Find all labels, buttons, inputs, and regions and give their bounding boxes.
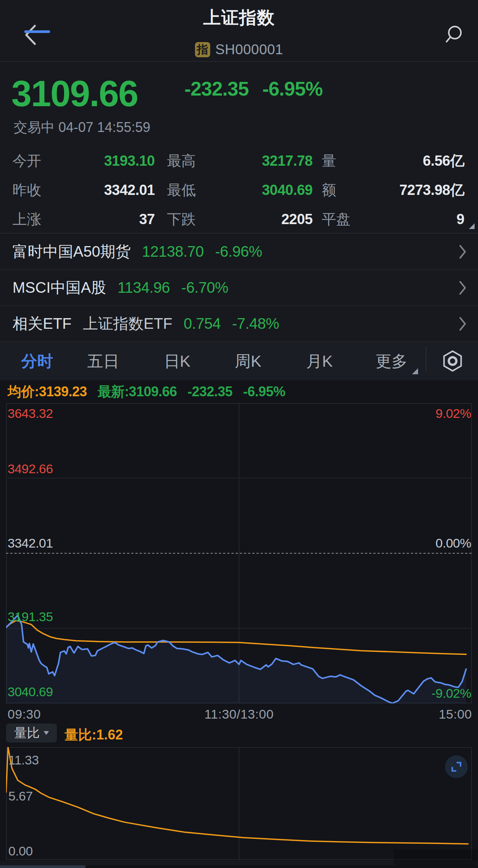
active-tab-underline xyxy=(24,30,50,33)
symbol-row: 指 SH000001 xyxy=(0,42,478,58)
symbol-code: SH000001 xyxy=(215,42,283,58)
tab-more[interactable]: 更多 xyxy=(376,342,407,380)
tab-monthly-k[interactable]: 月K xyxy=(306,342,333,380)
chevron-right-icon xyxy=(459,317,467,331)
latest-pct-label: -6.95% xyxy=(243,384,285,400)
y-tick-pct-low: -9.02% xyxy=(431,686,471,700)
related-row-etf[interactable]: 相关ETF 上证指数ETF 0.754 -7.48% xyxy=(0,306,478,342)
y-tick-price-1: 3643.32 xyxy=(8,407,53,420)
volume-ratio-chart[interactable] xyxy=(6,747,472,860)
more-dropdown-triangle-icon xyxy=(412,368,418,374)
stock-detail-page: 上证指数 指 SH000001 3109.66 -232.35 -6.95% 交… xyxy=(0,0,478,868)
y-tick-pct-zero: 0.00% xyxy=(436,536,471,550)
chart-info-row: 均价:3139.23 最新:3109.66 -232.35 -6.95% xyxy=(8,380,285,403)
sub-tick-top: 11.33 xyxy=(8,753,39,767)
stats-expand-triangle-icon[interactable] xyxy=(469,223,475,229)
stat-unchanged: 平盘9 xyxy=(322,210,464,228)
caret-down-icon xyxy=(44,731,49,735)
y-tick-price-4: 3191.35 xyxy=(8,610,53,623)
tab-weekly-k[interactable]: 周K xyxy=(235,342,261,380)
trading-status: 交易中 04-07 14:55:59 xyxy=(14,118,150,137)
price-change-row: -232.35 -6.95% xyxy=(184,77,322,100)
chart-settings-button[interactable] xyxy=(439,346,466,376)
price-change-pct: -6.95% xyxy=(262,77,322,100)
y-tick-price-5: 3040.69 xyxy=(8,685,53,698)
bottom-strip xyxy=(0,865,478,868)
bottom-strip-segment xyxy=(0,865,85,868)
x-label-open: 09:30 xyxy=(8,707,41,722)
expand-icon xyxy=(451,761,462,772)
x-label-close: 15:00 xyxy=(439,707,472,722)
fullscreen-button[interactable] xyxy=(445,755,468,778)
search-icon xyxy=(444,24,464,44)
related-row-a50-futures[interactable]: 富时中国A50期货 12138.70 -6.96% xyxy=(0,234,478,270)
sub-tick-zero: 0.00 xyxy=(8,844,33,858)
current-price: 3109.66 xyxy=(11,73,138,115)
stat-low: 最低3040.69 xyxy=(167,181,313,199)
latest-price-label: 最新:3109.66 xyxy=(97,383,177,401)
price-change: -232.35 xyxy=(184,77,248,100)
volume-ratio-value: 量比:1.62 xyxy=(64,726,123,744)
tab-5day[interactable]: 五日 xyxy=(87,342,119,380)
sub-tick-mid: 5.67 xyxy=(8,789,33,803)
related-row-msci-china-a[interactable]: MSCI中国A股 1134.96 -6.70% xyxy=(0,270,478,306)
stat-high: 最高3217.78 xyxy=(167,152,313,170)
intraday-price-chart[interactable] xyxy=(6,403,472,703)
tab-intraday[interactable]: 分时 xyxy=(21,342,53,380)
x-label-midday: 11:30/13:00 xyxy=(204,707,274,722)
stat-decliners: 下跌2205 xyxy=(167,210,313,228)
latest-change-label: -232.35 xyxy=(187,384,233,400)
indicator-selector-button[interactable]: 量比 xyxy=(6,724,57,742)
page-title: 上证指数 xyxy=(0,6,478,30)
tab-daily-k[interactable]: 日K xyxy=(164,342,190,380)
chevron-right-icon xyxy=(459,245,467,259)
stat-open: 今开3193.10 xyxy=(13,152,155,170)
stat-prev-close: 昨收3342.01 xyxy=(13,181,155,199)
tabbar-divider xyxy=(426,346,426,371)
stat-advancers: 上涨37 xyxy=(13,210,155,228)
chevron-right-icon xyxy=(459,281,467,295)
header: 上证指数 指 SH000001 xyxy=(0,0,478,62)
y-tick-pct-high: 9.02% xyxy=(436,407,471,420)
index-type-badge: 指 xyxy=(195,42,210,57)
settings-nut-icon xyxy=(442,350,463,372)
watermark xyxy=(394,849,477,865)
chart-tabbar: 分时 五日 日K 周K 月K 更多 xyxy=(0,342,478,380)
y-tick-price-2: 3492.66 xyxy=(8,462,53,476)
avg-price-label: 均价:3139.23 xyxy=(8,383,87,401)
search-button[interactable] xyxy=(439,20,468,49)
stat-turnover: 额7273.98亿 xyxy=(322,181,464,199)
y-tick-price-3: 3342.01 xyxy=(8,536,53,550)
stats-grid: 今开3193.10 最高3217.78 量6.56亿 昨收3342.01 最低3… xyxy=(0,149,478,234)
stat-volume: 量6.56亿 xyxy=(322,152,464,170)
